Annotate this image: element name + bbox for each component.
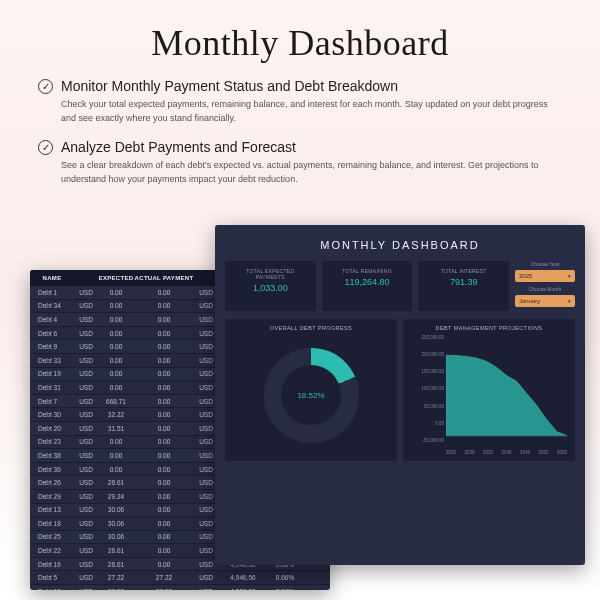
table-cell: 0.00 — [98, 384, 134, 391]
table-cell: Debt 23 — [30, 438, 74, 445]
th-blank — [74, 275, 98, 281]
table-cell: 27.92 — [98, 588, 134, 590]
x-tick: 2035 — [483, 450, 493, 455]
table-cell: Debt 13 — [30, 506, 74, 513]
month-dropdown[interactable]: January ▾ — [515, 295, 575, 307]
table-cell: 28.61 — [98, 547, 134, 554]
stat-value: 791.39 — [424, 277, 503, 287]
table-cell: Debt 4 — [30, 316, 74, 323]
month-value: January — [519, 298, 540, 304]
table-cell: USD — [74, 411, 98, 418]
table-cell: USD — [74, 316, 98, 323]
table-cell: 27.22 — [98, 574, 134, 581]
y-axis-ticks: 250,000.00200,000.00150,000.00100,000.00… — [409, 335, 444, 443]
table-cell: USD — [194, 588, 218, 590]
table-cell: 0.00 — [98, 438, 134, 445]
check-icon: ✓ — [38, 79, 53, 94]
selectors: Choose Year 2025 ▾ Choose Month January … — [515, 261, 575, 311]
table-cell: Debt 15 — [30, 588, 74, 590]
feature-block-1: ✓ Monitor Monthly Payment Status and Deb… — [0, 64, 600, 125]
table-cell: 0.00 — [134, 384, 194, 391]
table-cell: Debt 38 — [30, 452, 74, 459]
table-cell: 0.00 — [134, 370, 194, 377]
table-cell: 31.51 — [98, 425, 134, 432]
table-cell: Debt 20 — [30, 425, 74, 432]
table-row: Debt 5USD27.2227.22USD4,946.560.66% — [30, 571, 330, 585]
table-cell: USD — [74, 588, 98, 590]
chevron-down-icon: ▾ — [568, 298, 571, 304]
x-tick: 2050 — [538, 450, 548, 455]
table-cell: 0.66% — [268, 574, 302, 581]
table-cell: USD — [74, 370, 98, 377]
table-cell: 0.00 — [134, 343, 194, 350]
table-cell: Debt 30 — [30, 411, 74, 418]
y-tick: 200,000.00 — [409, 352, 444, 357]
table-cell: USD — [74, 520, 98, 527]
table-cell: Debt 7 — [30, 398, 74, 405]
stat-remaining: TOTAL REMAINING 119,264.80 — [322, 261, 413, 311]
table-cell: 0.00 — [134, 533, 194, 540]
table-cell: 0.00 — [134, 479, 194, 486]
table-cell: Debt 33 — [30, 357, 74, 364]
y-tick: 250,000.00 — [409, 335, 444, 340]
table-cell: USD — [74, 398, 98, 405]
x-axis-ticks: 2025203020352040204520502055 — [446, 450, 567, 455]
x-tick: 2055 — [557, 450, 567, 455]
table-cell: 0.00 — [98, 370, 134, 377]
donut-chart-card: OVERALL DEBT PROGRESS 18.52% — [225, 319, 397, 461]
table-cell: 30.06 — [98, 533, 134, 540]
table-cell: Debt 36 — [30, 466, 74, 473]
table-cell: USD — [74, 506, 98, 513]
table-cell: 0.00 — [98, 330, 134, 337]
x-tick: 2025 — [446, 450, 456, 455]
table-cell: 0.66% — [268, 588, 302, 590]
stat-interest: TOTAL INTEREST 791.39 — [418, 261, 509, 311]
x-tick: 2045 — [520, 450, 530, 455]
year-label: Choose Year — [515, 261, 575, 267]
table-cell: 32.22 — [98, 411, 134, 418]
stat-value: 1,033.00 — [231, 283, 310, 293]
table-cell: 0.00 — [98, 466, 134, 473]
table-cell: Debt 1 — [30, 289, 74, 296]
table-cell: USD — [74, 438, 98, 445]
stat-label: TOTAL REMAINING — [328, 268, 407, 274]
chevron-down-icon: ▾ — [568, 273, 571, 279]
table-cell: 4,809.60 — [218, 588, 268, 590]
stat-label: TOTAL EXPECTED PAYMENTS — [231, 268, 310, 280]
table-cell: 0.00 — [134, 398, 194, 405]
area-chart-card: DEBT MANAGEMENT PROJECTIONS 250,000.0020… — [403, 319, 575, 461]
table-cell: USD — [74, 289, 98, 296]
feature-title: Monitor Monthly Payment Status and Debt … — [61, 78, 398, 94]
chart-title: DEBT MANAGEMENT PROJECTIONS — [409, 325, 569, 331]
year-dropdown[interactable]: 2025 ▾ — [515, 270, 575, 282]
y-tick: 0.00 — [409, 421, 444, 426]
table-cell: 0.00 — [98, 302, 134, 309]
y-tick: -50,000.00 — [409, 438, 444, 443]
table-cell: Debt 19 — [30, 370, 74, 377]
donut-chart: 18.52% — [264, 348, 359, 443]
table-cell: 30.06 — [98, 520, 134, 527]
table-cell: USD — [74, 466, 98, 473]
table-cell: Debt 16 — [30, 561, 74, 568]
table-cell: USD — [74, 533, 98, 540]
table-cell: 4,946.56 — [218, 574, 268, 581]
table-cell: 0.00 — [134, 452, 194, 459]
monthly-dashboard-panel: MONTHLY DASHBOARD TOTAL EXPECTED PAYMENT… — [215, 225, 585, 565]
stat-value: 119,264.80 — [328, 277, 407, 287]
table-cell: Debt 22 — [30, 547, 74, 554]
y-tick: 50,000.00 — [409, 404, 444, 409]
donut-center-label: 18.52% — [281, 365, 341, 425]
table-cell: 28.61 — [98, 479, 134, 486]
y-tick: 100,000.00 — [409, 386, 444, 391]
table-cell: 28.61 — [98, 561, 134, 568]
table-cell: 0.00 — [134, 302, 194, 309]
table-cell: 0.00 — [134, 438, 194, 445]
month-label: Choose Month — [515, 286, 575, 292]
chart-title: OVERALL DEBT PROGRESS — [231, 325, 391, 331]
table-cell: Debt 9 — [30, 343, 74, 350]
table-cell: 0.00 — [134, 466, 194, 473]
table-cell: Debt 31 — [30, 384, 74, 391]
table-cell: USD — [74, 561, 98, 568]
table-cell: USD — [74, 547, 98, 554]
table-cell: 0.00 — [134, 547, 194, 554]
